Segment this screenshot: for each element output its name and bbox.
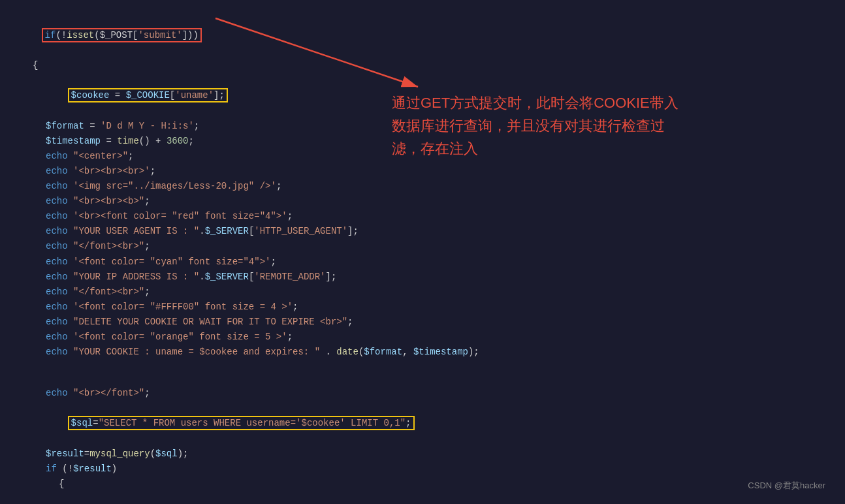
code-line-22: $result=mysql_query($sql); [20,447,825,462]
highlight-cookee: $cookee = $_COOKIE['uname']; [68,88,228,102]
annotation-text: 通过GET方式提交时，此时会将COOKIE带入 数据库进行查询，并且没有对其进行… [392,91,678,161]
code-line-15: echo "</font><br>"; [20,285,825,300]
code-line-8: echo '<img src="../images/Less-20.jpg" /… [20,179,825,194]
highlight-sql: $sql="SELECT * FROM users WHERE username… [68,416,415,430]
code-line-13: echo '<font color= "cyan" font size="4">… [20,255,825,270]
arrow-annotation [209,12,424,90]
code-line-10: echo '<br><font color= "red" font size="… [20,209,825,224]
code-line-14: echo "YOUR IP ADDRESS IS : ".$_SERVER['R… [20,270,825,285]
code-line-20: echo "<br></font>"; [20,386,825,401]
code-line-21: $sql="SELECT * FROM users WHERE username… [20,401,825,446]
code-line-7: echo '<br><br><br>'; [20,164,825,179]
code-line-11: echo "YOUR USER AGENT IS : ".$_SERVER['H… [20,224,825,239]
code-line-19: echo "YOUR COOKIE : uname = $cookee and … [20,345,825,360]
code-line-17: echo "DELETE YOUR COOKIE OR WAIT FOR IT … [20,315,825,330]
code-line-9: echo "<br><br><b>"; [20,194,825,209]
annotation-line-2: 数据库进行查询，并且没有对其进行检查过 [392,114,678,137]
spacer-1 [20,360,825,373]
code-container: if(!isset($_POST['submit'])) { $cookee =… [0,0,845,504]
code-line-24: { [20,477,825,492]
code-line-16: echo '<font color= "#FFFF00" font size =… [20,300,825,315]
annotation-line-1: 通过GET方式提交时，此时会将COOKIE带入 [392,91,678,114]
highlight-isset: if(!isset($_POST['submit'])) [42,28,202,42]
svg-line-1 [215,18,418,87]
annotation-line-3: 滤，存在注入 [392,137,678,160]
code-line-23: if (!$result) [20,462,825,477]
watermark: CSDN @君莫hacker [748,480,825,492]
code-line-18: echo '<font color= "orange" font size = … [20,330,825,345]
code-line-12: echo "</font><br>"; [20,239,825,254]
spacer-2 [20,373,825,386]
